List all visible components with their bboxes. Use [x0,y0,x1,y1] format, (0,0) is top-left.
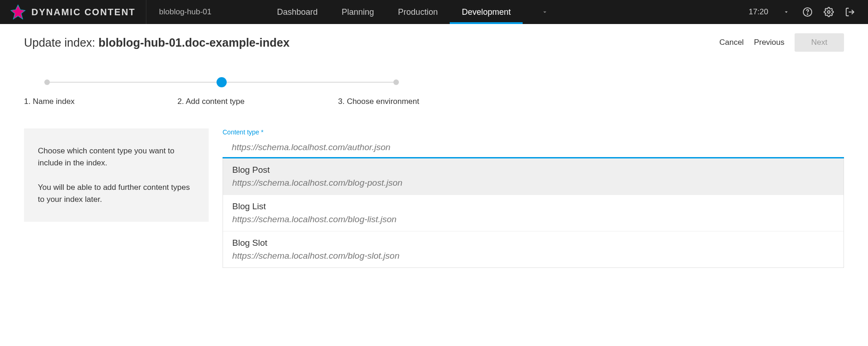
svg-point-2 [807,14,808,14]
step-dot-1[interactable] [44,79,50,85]
option-title: Blog Slot [232,238,834,248]
content-type-label: Content type * [223,128,844,136]
nav-production[interactable]: Production [386,0,450,24]
option-title: Blog List [232,201,834,212]
svg-point-3 [827,11,830,13]
top-bar: DYNAMIC CONTENT bloblog-hub-01 Dashboard… [0,0,868,24]
step-dot-3[interactable] [393,79,399,85]
clock-text: 17:20 [748,7,768,17]
previous-button[interactable]: Previous [754,38,784,47]
logout-icon[interactable] [845,7,855,17]
help-text-2: You will be able to add further content … [38,182,195,205]
dropdown-option-blog-slot[interactable]: Blog Slot https://schema.localhost.com/b… [223,231,844,267]
help-panel: Choose which content type you want to in… [24,128,209,222]
page-body: Choose which content type you want to in… [0,106,868,268]
step-label-2: 2. Add content type [142,97,281,106]
nav-development[interactable]: Development [450,0,523,24]
dropdown-option-blog-list[interactable]: Blog List https://schema.localhost.com/b… [223,194,844,231]
required-marker: * [261,128,263,136]
content-type-form: Content type * https://schema.localhost.… [223,128,844,268]
next-button[interactable]: Next [795,33,844,52]
nav-dashboard[interactable]: Dashboard [265,0,330,24]
page-title-prefix: Update index: [24,36,98,49]
gear-icon[interactable] [824,7,834,17]
hub-name: bloblog-hub-01 [146,7,224,17]
wizard-stepper: 1. Name index 2. Add content type 3. Cho… [0,52,443,106]
content-type-dropdown: Blog Post https://schema.localhost.com/b… [223,158,844,268]
brand-text: DYNAMIC CONTENT [31,7,136,18]
brand-logo-icon [10,4,26,20]
option-title: Blog Post [232,165,834,175]
content-type-input[interactable]: https://schema.localhost.com/author.json [223,138,844,158]
svg-marker-0 [11,5,25,19]
topbar-right: 17:20 [748,0,868,24]
help-text-1: Choose which content type you want to in… [38,145,195,169]
step-dot-2[interactable] [217,77,227,87]
option-schema: https://schema.localhost.com/blog-list.j… [232,214,834,225]
dropdown-option-blog-post[interactable]: Blog Post https://schema.localhost.com/b… [223,158,844,194]
nav-planning[interactable]: Planning [330,0,386,24]
field-label-text: Content type [223,128,259,136]
option-schema: https://schema.localhost.com/blog-slot.j… [232,251,834,261]
help-icon[interactable] [802,7,813,17]
time-display: 17:20 [748,7,791,17]
nav-dropdown-icon[interactable] [541,0,549,24]
time-dropdown-icon[interactable] [781,7,791,17]
page-title-name: bloblog-hub-01.doc-example-index [98,36,289,49]
step-label-3: 3. Choose environment [280,97,419,106]
cancel-button[interactable]: Cancel [719,38,744,47]
main-nav: Dashboard Planning Production Developmen… [265,0,549,24]
page-actions: Cancel Previous Next [719,33,844,52]
sub-header: Update index: bloblog-hub-01.doc-example… [0,24,868,52]
brand: DYNAMIC CONTENT [0,0,146,24]
option-schema: https://schema.localhost.com/blog-post.j… [232,178,834,188]
page-title: Update index: bloblog-hub-01.doc-example… [24,36,289,49]
